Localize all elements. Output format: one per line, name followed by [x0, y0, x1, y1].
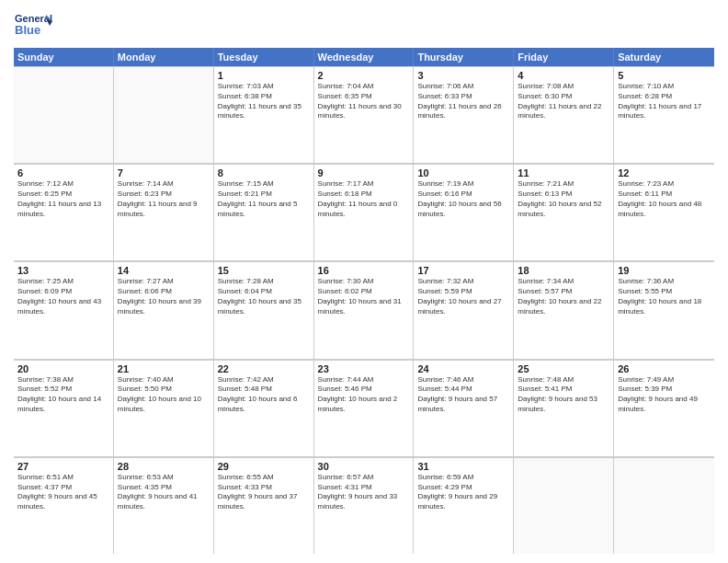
day-cell: 5Sunrise: 7:10 AM Sunset: 6:28 PM Daylig… [614, 67, 714, 163]
day-cell: 31Sunrise: 6:59 AM Sunset: 4:29 PM Dayli… [414, 458, 514, 554]
day-info: Sunrise: 7:42 AM Sunset: 5:48 PM Dayligh… [218, 375, 310, 415]
day-cell: 2Sunrise: 7:04 AM Sunset: 6:35 PM Daylig… [314, 67, 415, 163]
day-header-wednesday: Wednesday [314, 48, 415, 66]
day-number: 13 [17, 265, 109, 276]
day-info: Sunrise: 7:21 AM Sunset: 6:13 PM Dayligh… [518, 179, 609, 219]
day-info: Sunrise: 7:04 AM Sunset: 6:35 PM Dayligh… [318, 82, 410, 121]
day-info: Sunrise: 7:15 AM Sunset: 6:21 PM Dayligh… [218, 179, 310, 219]
calendar: SundayMondayTuesdayWednesdayThursdayFrid… [14, 48, 714, 554]
day-cell: 12Sunrise: 7:23 AM Sunset: 6:11 PM Dayli… [614, 165, 714, 260]
day-number: 19 [618, 265, 711, 276]
day-cell [614, 458, 714, 554]
day-number: 31 [417, 461, 509, 472]
day-cell [514, 458, 614, 554]
day-info: Sunrise: 6:55 AM Sunset: 4:33 PM Dayligh… [218, 473, 310, 512]
day-number: 11 [518, 167, 609, 178]
day-header-saturday: Saturday [614, 48, 714, 66]
day-header-friday: Friday [514, 48, 614, 66]
day-info: Sunrise: 7:23 AM Sunset: 6:11 PM Dayligh… [618, 179, 711, 219]
day-header-tuesday: Tuesday [214, 48, 314, 66]
day-info: Sunrise: 7:06 AM Sunset: 6:33 PM Dayligh… [417, 82, 509, 121]
day-cell: 18Sunrise: 7:34 AM Sunset: 5:57 PM Dayli… [514, 262, 614, 358]
day-number: 4 [518, 70, 609, 81]
day-number: 18 [518, 265, 609, 276]
day-info: Sunrise: 6:57 AM Sunset: 4:31 PM Dayligh… [318, 473, 410, 512]
day-cell: 7Sunrise: 7:14 AM Sunset: 6:23 PM Daylig… [114, 165, 214, 260]
week-row-2: 6Sunrise: 7:12 AM Sunset: 6:25 PM Daylig… [14, 164, 714, 261]
day-info: Sunrise: 7:17 AM Sunset: 6:18 PM Dayligh… [318, 179, 410, 219]
day-cell: 23Sunrise: 7:44 AM Sunset: 5:46 PM Dayli… [314, 361, 415, 456]
day-header-thursday: Thursday [414, 48, 514, 66]
day-number: 22 [218, 363, 310, 374]
day-cell: 19Sunrise: 7:36 AM Sunset: 5:55 PM Dayli… [614, 262, 714, 358]
day-cell: 11Sunrise: 7:21 AM Sunset: 6:13 PM Dayli… [514, 165, 614, 260]
day-cell: 27Sunrise: 6:51 AM Sunset: 4:37 PM Dayli… [14, 458, 114, 554]
logo: General Blue [14, 9, 52, 42]
day-info: Sunrise: 7:48 AM Sunset: 5:41 PM Dayligh… [518, 375, 609, 415]
day-cell: 22Sunrise: 7:42 AM Sunset: 5:48 PM Dayli… [214, 361, 314, 456]
day-number: 14 [118, 265, 210, 276]
day-info: Sunrise: 7:19 AM Sunset: 6:16 PM Dayligh… [417, 179, 509, 219]
day-number: 8 [218, 167, 310, 178]
day-number: 17 [417, 265, 509, 276]
day-header-monday: Monday [114, 48, 214, 66]
day-cell [114, 67, 214, 163]
logo-svg: General Blue [14, 9, 52, 42]
day-cell: 29Sunrise: 6:55 AM Sunset: 4:33 PM Dayli… [214, 458, 314, 554]
day-cell: 10Sunrise: 7:19 AM Sunset: 6:16 PM Dayli… [414, 165, 514, 260]
day-cell: 30Sunrise: 6:57 AM Sunset: 4:31 PM Dayli… [314, 458, 415, 554]
day-info: Sunrise: 7:03 AM Sunset: 6:38 PM Dayligh… [218, 82, 310, 121]
day-info: Sunrise: 7:38 AM Sunset: 5:52 PM Dayligh… [17, 375, 109, 415]
day-cell: 6Sunrise: 7:12 AM Sunset: 6:25 PM Daylig… [14, 165, 114, 260]
day-number: 9 [318, 167, 410, 178]
day-cell: 26Sunrise: 7:49 AM Sunset: 5:39 PM Dayli… [614, 361, 714, 456]
day-cell: 16Sunrise: 7:30 AM Sunset: 6:02 PM Dayli… [314, 262, 415, 358]
day-cell: 8Sunrise: 7:15 AM Sunset: 6:21 PM Daylig… [214, 165, 314, 260]
day-number: 26 [618, 363, 711, 374]
day-info: Sunrise: 7:10 AM Sunset: 6:28 PM Dayligh… [618, 82, 711, 121]
day-info: Sunrise: 6:59 AM Sunset: 4:29 PM Dayligh… [417, 473, 509, 512]
day-cell: 1Sunrise: 7:03 AM Sunset: 6:38 PM Daylig… [214, 67, 314, 163]
day-number: 3 [417, 70, 509, 81]
day-info: Sunrise: 7:14 AM Sunset: 6:23 PM Dayligh… [118, 179, 210, 219]
day-cell: 25Sunrise: 7:48 AM Sunset: 5:41 PM Dayli… [514, 361, 614, 456]
day-number: 12 [618, 167, 711, 178]
day-info: Sunrise: 7:40 AM Sunset: 5:50 PM Dayligh… [118, 375, 210, 415]
day-number: 29 [218, 461, 310, 472]
calendar-header: SundayMondayTuesdayWednesdayThursdayFrid… [14, 48, 714, 66]
day-info: Sunrise: 7:44 AM Sunset: 5:46 PM Dayligh… [318, 375, 410, 415]
day-number: 6 [17, 167, 109, 178]
day-info: Sunrise: 7:36 AM Sunset: 5:55 PM Dayligh… [618, 277, 711, 316]
day-cell [14, 67, 114, 163]
day-cell: 4Sunrise: 7:08 AM Sunset: 6:30 PM Daylig… [514, 67, 614, 163]
day-number: 20 [17, 363, 109, 374]
day-info: Sunrise: 7:30 AM Sunset: 6:02 PM Dayligh… [318, 277, 410, 316]
day-info: Sunrise: 7:25 AM Sunset: 6:09 PM Dayligh… [17, 277, 109, 316]
day-number: 10 [417, 167, 509, 178]
day-cell: 15Sunrise: 7:28 AM Sunset: 6:04 PM Dayli… [214, 262, 314, 358]
week-row-3: 13Sunrise: 7:25 AM Sunset: 6:09 PM Dayli… [14, 261, 714, 359]
week-row-4: 20Sunrise: 7:38 AM Sunset: 5:52 PM Dayli… [14, 360, 714, 457]
day-info: Sunrise: 7:28 AM Sunset: 6:04 PM Dayligh… [218, 277, 310, 316]
day-cell: 17Sunrise: 7:32 AM Sunset: 5:59 PM Dayli… [414, 262, 514, 358]
day-info: Sunrise: 7:49 AM Sunset: 5:39 PM Dayligh… [618, 375, 711, 415]
day-number: 24 [417, 363, 509, 374]
day-info: Sunrise: 6:53 AM Sunset: 4:35 PM Dayligh… [118, 473, 210, 512]
day-number: 15 [218, 265, 310, 276]
day-number: 5 [618, 70, 711, 81]
page-header: General Blue [14, 9, 714, 42]
day-cell: 20Sunrise: 7:38 AM Sunset: 5:52 PM Dayli… [14, 361, 114, 456]
day-number: 16 [318, 265, 410, 276]
day-header-sunday: Sunday [14, 48, 114, 66]
day-info: Sunrise: 7:32 AM Sunset: 5:59 PM Dayligh… [417, 277, 509, 316]
day-info: Sunrise: 7:27 AM Sunset: 6:06 PM Dayligh… [118, 277, 210, 316]
day-number: 23 [318, 363, 410, 374]
day-info: Sunrise: 7:46 AM Sunset: 5:44 PM Dayligh… [417, 375, 509, 415]
day-number: 25 [518, 363, 609, 374]
day-cell: 9Sunrise: 7:17 AM Sunset: 6:18 PM Daylig… [314, 165, 415, 260]
day-cell: 24Sunrise: 7:46 AM Sunset: 5:44 PM Dayli… [414, 361, 514, 456]
day-number: 30 [318, 461, 410, 472]
day-number: 7 [118, 167, 210, 178]
day-number: 21 [118, 363, 210, 374]
day-number: 28 [118, 461, 210, 472]
